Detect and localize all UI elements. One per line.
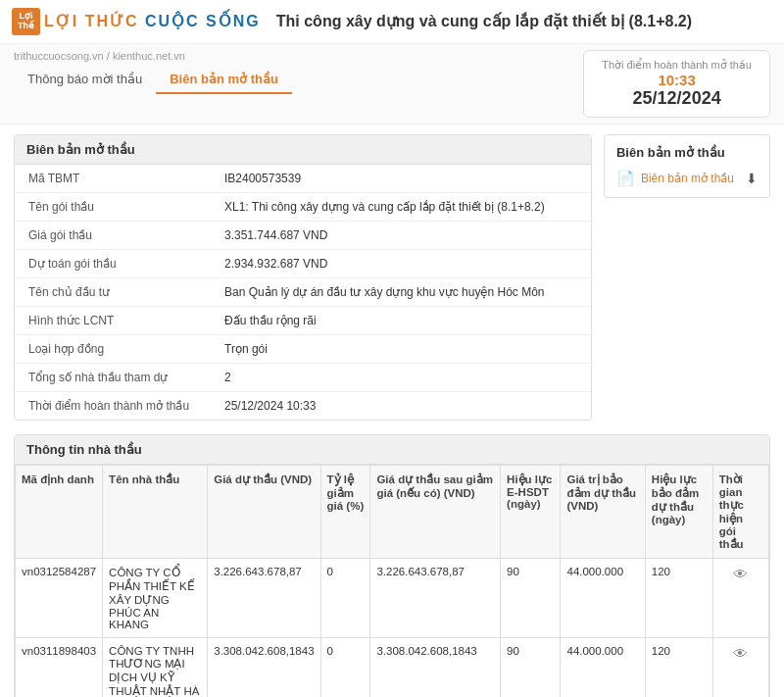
cell-ma-1: vn0312584287 (16, 558, 103, 637)
row-tong-so-nha-thau: Tổng số nhà thầu tham dự 2 (15, 364, 591, 392)
tab-thong-bao[interactable]: Thông báo mời thầu (14, 66, 156, 94)
cell-hieu-luc-2: 90 (501, 637, 561, 697)
pdf-icon: 📄 (616, 170, 635, 187)
page-title: Thi công xây dựng và cung cấp lắp đặt th… (276, 12, 692, 30)
cell-ma-2: vn0311898403 (16, 637, 103, 697)
nha-thau-section: Thông tin nhà thầu Mã định danh Tên nhà … (14, 434, 770, 697)
col-hl-bao-dam: Hiệu lực bảo đảm dự thầu (ngày) (645, 465, 712, 558)
right-panel-title: Biên bản mở thầu (616, 145, 758, 160)
row-ma-tbmt: Mã TBMT IB2400573539 (15, 165, 591, 193)
logo-icon[interactable]: Lợi Thế LỢI THỨC CUỘC SỐNG (12, 8, 261, 35)
row-hinh-thuc: Hình thức LCNT Đấu thầu rộng rãi (15, 307, 591, 335)
bien-ban-header: Biên bản mở thầu (15, 135, 591, 165)
cell-ten-2: CÔNG TY TNHH THƯƠNG MẠI DỊCH VỤ KỸ THUẬT… (103, 637, 208, 697)
col-gia-sau-giam: Giá dự thầu sau giảm giá (nếu có) (VND) (370, 465, 501, 558)
site-url: trithuccuocsong.vn / kienthuc.net.vn (14, 50, 292, 62)
row-chu-dau-tu: Tên chủ đầu tư Ban Quản lý dự án đầu tư … (15, 278, 591, 307)
bien-ban-section: Biên bản mở thầu Mã TBMT IB2400573539 Tê… (14, 134, 592, 421)
right-file-panel: Biên bản mở thầu 📄 Biên bản mở thầu ⬇ (604, 134, 770, 198)
cell-gia-1: 3.226.643.678,87 (208, 558, 320, 637)
row-du-toan: Dự toán gói thầu 2.934.932.687 VND (15, 250, 591, 278)
row-loai-hop-dong: Loại hợp đồng Trọn gói (15, 335, 591, 364)
time-completion-box: Thời điểm hoàn thành mở thầu 10:33 25/12… (583, 50, 770, 118)
col-hieu-luc-ehsdt: Hiệu lực E-HSDT (ngày) (501, 465, 561, 558)
cell-hieu-luc-1: 90 (501, 558, 561, 637)
col-gia-tri-bao-dam: Giá trị bảo đảm dự thầu (VND) (561, 465, 645, 558)
time-value: 10:33 (602, 72, 752, 88)
table-row: vn0312584287 CÔNG TY CỔ PHẦN THIẾT KẾ XÂ… (16, 558, 769, 637)
cell-ten-1: CÔNG TY CỔ PHẦN THIẾT KẾ XÂY DỰNG PHÚC A… (103, 558, 208, 637)
cell-ty-le-1: 0 (320, 558, 370, 637)
row-gia-goi-thau: Giá gói thầu 3.351.744.687 VND (15, 222, 591, 250)
cell-bao-dam-1: 44.000.000 (561, 558, 645, 637)
info-grid: Mã TBMT IB2400573539 Tên gói thầu XL1: T… (15, 165, 591, 420)
file-name[interactable]: Biên bản mở thầu (641, 172, 734, 185)
eye-icon-2[interactable]: 👁 (733, 645, 748, 662)
table-row: vn0311898403 CÔNG TY TNHH THƯƠNG MẠI DỊC… (16, 637, 769, 697)
col-thoi-gian: Thời gian thực hiện gói thầu (712, 465, 768, 558)
cell-ty-le-2: 0 (320, 637, 370, 697)
col-ma-dinh-danh: Mã định danh (16, 465, 103, 558)
nha-thau-table: Mã định danh Tên nhà thầu Giá dự thầu (V… (15, 465, 769, 697)
col-ty-le-giam-gia: Tỷ lệ giảm giá (%) (320, 465, 370, 558)
logo-text-main: LỢI THỨC CUỘC SỐNG (44, 13, 261, 30)
cell-thoi-gian-1[interactable]: 👁 (712, 558, 768, 637)
col-gia-du-thau: Giá dự thầu (VND) (208, 465, 320, 558)
cell-hl-bd-1: 120 (645, 558, 712, 637)
eye-icon-1[interactable]: 👁 (733, 566, 748, 582)
tab-bien-ban[interactable]: Biên bản mở thầu (156, 66, 292, 94)
row-thoi-diem: Thời điểm hoàn thành mở thầu 25/12/2024 … (15, 392, 591, 420)
nha-thau-header: Thông tin nhà thầu (15, 435, 769, 465)
cell-gia-sau-2: 3.308.042.608,1843 (370, 637, 501, 697)
cell-bao-dam-2: 44.000.000 (561, 637, 645, 697)
cell-thoi-gian-2[interactable]: 👁 (712, 637, 768, 697)
cell-hl-bd-2: 120 (645, 637, 712, 697)
row-ten-goi-thau: Tên gói thầu XL1: Thi công xây dựng và c… (15, 193, 591, 222)
time-label: Thời điểm hoàn thành mở thầu (602, 59, 752, 72)
download-icon[interactable]: ⬇ (746, 171, 758, 186)
col-ten-nha-thau: Tên nhà thầu (103, 465, 208, 558)
cell-gia-sau-1: 3.226.643.678,87 (370, 558, 501, 637)
cell-gia-2: 3.308.042.608,1843 (208, 637, 320, 697)
date-value: 25/12/2024 (602, 88, 752, 109)
